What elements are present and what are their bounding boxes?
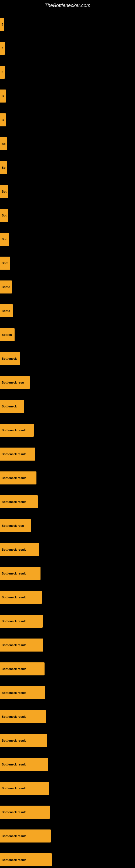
bar-row: Bottleneck result — [0, 800, 135, 824]
bar-label: Bottleneck result — [2, 715, 26, 718]
bar-label: Bottleneck result — [2, 453, 26, 456]
bar-item: Bottleneck r — [0, 400, 24, 413]
bar-row: Bottleneck result — [0, 681, 135, 705]
bar-label: Bot — [2, 94, 4, 98]
bar-label: Bottleneck result — [2, 548, 26, 551]
bar-row: Bott — [0, 132, 135, 156]
bar-label: Bottleneck result — [2, 596, 26, 599]
bar-item: Bottleneck result — [0, 830, 51, 842]
bar-item: Bottleneck result — [0, 686, 45, 699]
bar-label: Bottleneck result — [2, 834, 26, 838]
bar-item: Bot — [0, 90, 6, 102]
bar-item: Bottleneck result — [0, 424, 34, 437]
bar-row: Bottleneck result — [0, 848, 135, 868]
bar-label: Bottle — [2, 285, 10, 289]
bar-row: Bott — [0, 204, 135, 227]
bar-row: Bottleneck result — [0, 752, 135, 776]
bar-item: Bott — [0, 233, 9, 246]
bar-label: Bottleneck result — [2, 476, 26, 479]
bar-label: Bottleneck resu — [2, 381, 24, 384]
bar-item: Bottleneck result — [0, 495, 38, 508]
bar-row: Bot — [0, 84, 135, 108]
bar-item: Bottleneck result — [0, 806, 50, 818]
bar-row: Bot — [0, 108, 135, 132]
bar-item: Bottleneck result — [0, 662, 45, 675]
bar-item: Bottle — [0, 304, 13, 317]
bar-item: Bottleneck — [0, 352, 20, 365]
bar-label: Bottleneck result — [2, 643, 26, 647]
bar-label: Bottleneck r — [2, 405, 19, 408]
bar-label: Bo — [2, 70, 3, 74]
bar-label: Bottlen — [2, 333, 12, 336]
bar-item: Bot — [0, 113, 6, 126]
bar-row: B — [0, 12, 135, 36]
bar-label: Bottleneck result — [2, 810, 26, 814]
bar-item: Bottleneck result — [0, 854, 52, 866]
bar-row: Bottleneck result — [0, 466, 135, 490]
bar-row: Bottleneck result — [0, 490, 135, 514]
bar-row: Bottleneck result — [0, 585, 135, 609]
bar-row: Bottlen — [0, 323, 135, 347]
bar-item: Bottleneck result — [0, 615, 43, 628]
bar-row: Bo — [0, 36, 135, 60]
bar-label: Bottleneck — [2, 357, 17, 360]
bar-label: Bo — [2, 46, 3, 50]
bar-row: Bottleneck result — [0, 609, 135, 633]
bar-row: Bottleneck — [0, 347, 135, 371]
bar-label: Bottle — [2, 309, 10, 312]
bar-item: Bott — [0, 209, 8, 222]
bar-item: Bottleneck result — [0, 734, 47, 747]
bar-row: Bottleneck r — [0, 394, 135, 418]
bar-row: Bo — [0, 60, 135, 84]
bar-label: Bottleneck resu — [2, 524, 24, 527]
bar-item: Bottleneck result — [0, 639, 43, 652]
bar-item: Bottleneck result — [0, 543, 39, 556]
bar-item: Bottleneck resu — [0, 376, 30, 389]
bar-label: Bottleneck result — [2, 667, 26, 671]
bar-row: Bottleneck result — [0, 418, 135, 442]
bar-item: Bottleneck resu — [0, 519, 31, 532]
bar-item: Bottleneck result — [0, 447, 35, 461]
bar-label: Bott — [2, 142, 5, 145]
bar-row: Bott — [0, 227, 135, 251]
bar-row: Bott — [0, 156, 135, 180]
bar-row: Bottleneck result — [0, 728, 135, 752]
bar-item: Bottleneck result — [0, 567, 41, 580]
bar-row: Bottleneck resu — [0, 371, 135, 394]
bar-label: Bottleneck result — [2, 691, 26, 694]
bar-row: Bottleneck result — [0, 633, 135, 657]
bar-label: Bottleneck result — [2, 500, 26, 503]
bar-label: Bottl — [2, 261, 8, 265]
site-title-container: TheBottlenecker.com — [0, 0, 135, 10]
bar-item: Bo — [0, 42, 5, 55]
bar-label: Bott — [2, 190, 6, 193]
bar-row: Bottleneck result — [0, 657, 135, 681]
bar-label: Bottleneck result — [2, 858, 26, 862]
bar-item: Bottleneck result — [0, 471, 37, 485]
bar-item: Bottleneck result — [0, 758, 48, 771]
bar-item: Bott — [0, 137, 7, 150]
bar-row: Bottleneck result — [0, 538, 135, 561]
bar-item: Bott — [0, 185, 8, 198]
bar-label: Bottleneck result — [2, 572, 26, 575]
bar-label: B — [2, 23, 3, 26]
bar-row: Bottle — [0, 275, 135, 299]
bar-item: Bottleneck result — [0, 710, 46, 723]
bar-item: Bott — [0, 161, 7, 174]
bar-item: Bottleneck result — [0, 591, 42, 604]
bar-item: Bottlen — [0, 328, 14, 341]
bar-row: Bottleneck result — [0, 776, 135, 800]
bar-row: Bottl — [0, 251, 135, 275]
bar-row: Bottleneck result — [0, 705, 135, 728]
bar-label: Bot — [2, 118, 4, 122]
bar-item: B — [0, 18, 4, 31]
bar-label: Bott — [2, 238, 8, 241]
bar-row: Bottleneck result — [0, 561, 135, 585]
bar-label: Bott — [2, 214, 6, 217]
bar-label: Bottleneck result — [2, 620, 26, 623]
bars-container: BBoBoBotBotBottBottBottBottBottBottlBott… — [0, 10, 135, 868]
bar-row: Bottle — [0, 299, 135, 323]
bar-item: Bottleneck result — [0, 782, 49, 795]
bar-item: Bottle — [0, 280, 12, 293]
bar-label: Bott — [2, 166, 5, 169]
